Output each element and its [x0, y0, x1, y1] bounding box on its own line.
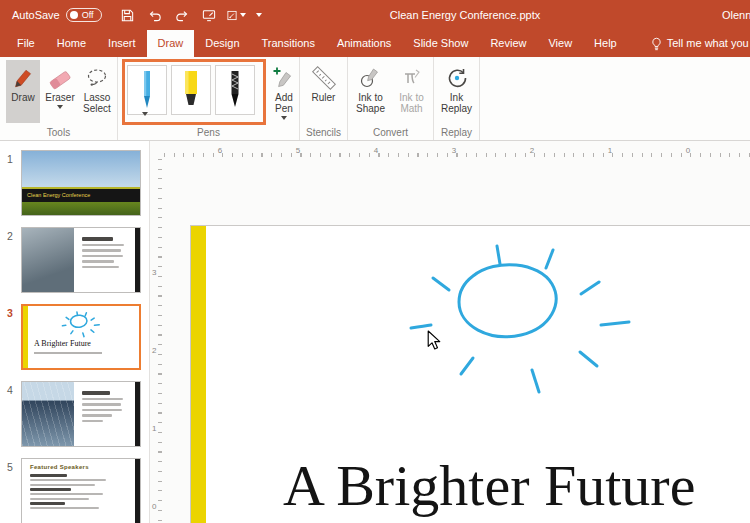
inking-toolbar-button[interactable] — [226, 5, 246, 25]
tab-home[interactable]: Home — [46, 30, 97, 57]
ribbon-tab-bar: File Home Insert Draw Design Transitions… — [0, 30, 750, 57]
draw-button[interactable]: Draw — [6, 60, 40, 123]
undo-button[interactable] — [145, 5, 165, 25]
tell-me-search[interactable]: Tell me what you — [640, 30, 750, 57]
highlighter-icon — [178, 69, 204, 111]
autosave-control: AutoSave Off — [0, 8, 102, 22]
document-title: Clean Energy Conference.pptx — [300, 0, 630, 30]
account-name[interactable]: Olenn — [722, 0, 750, 30]
slide-yellow-stripe — [191, 226, 206, 523]
slide-canvas[interactable]: A Brighter Future — [190, 225, 750, 523]
slide-number: 2 — [0, 227, 21, 293]
lasso-button-label-2: Select — [83, 103, 111, 114]
touch-mouse-mode-button[interactable] — [199, 5, 219, 25]
thumb5-title: Featured Speakers — [30, 464, 89, 470]
chevron-down-icon — [281, 116, 287, 120]
pen-black-button[interactable] — [215, 65, 255, 115]
thumbnail-row-3: 3 A Brighter Future — [0, 304, 149, 370]
tab-review[interactable]: Review — [479, 30, 537, 57]
thumb3-yellow-stripe — [23, 306, 28, 368]
ribbon-group-convert: Ink to Shape Ink to Math Convert — [348, 57, 434, 140]
ruler-number: 2 — [152, 346, 156, 355]
customize-quick-access-button[interactable] — [253, 5, 265, 25]
autosave-label: AutoSave — [12, 9, 60, 21]
tab-help[interactable]: Help — [583, 30, 628, 57]
thumbnail-row-4: 4 — [0, 381, 149, 447]
ribbon-group-stencils: Ruler Stencils — [300, 57, 348, 140]
thumb5-edge-stripe — [135, 459, 140, 523]
add-pen-button[interactable]: Add Pen — [270, 60, 298, 123]
draw-button-label: Draw — [11, 92, 34, 103]
tab-design[interactable]: Design — [194, 30, 250, 57]
ruler-ticks — [164, 153, 750, 157]
powerpoint-window: AutoSave Off — [0, 0, 750, 523]
thumb2-photo — [22, 228, 74, 292]
ruler-button[interactable]: Ruler — [304, 60, 344, 123]
tab-draw[interactable]: Draw — [147, 30, 195, 57]
eraser-button[interactable]: Eraser — [43, 60, 77, 123]
lasso-select-button[interactable]: Lasso Select — [80, 60, 114, 123]
eraser-button-label: Eraser — [45, 92, 74, 103]
slide-thumbnail-panel: 1 Clean Energy Conference 2 — [0, 141, 150, 523]
tab-view[interactable]: View — [537, 30, 583, 57]
ribbon-group-tools: Draw Eraser Lasso Select Tools — [0, 57, 118, 140]
thumb4-edge-stripe — [135, 382, 140, 446]
quick-access-toolbar — [118, 5, 265, 25]
lightbulb-icon — [651, 37, 662, 51]
add-pen-label-1: Add — [275, 92, 293, 103]
tab-file[interactable]: File — [6, 30, 46, 57]
lasso-button-label-1: Lasso — [84, 92, 111, 103]
slide-thumbnail-4[interactable] — [21, 381, 141, 447]
tab-transitions[interactable]: Transitions — [251, 30, 326, 57]
tell-me-label: Tell me what you — [667, 30, 749, 57]
slide-canvas-area: A Brighter Future — [164, 159, 750, 523]
ruler-number: 0 — [152, 502, 156, 511]
slide-title-text[interactable]: A Brighter Future — [283, 452, 695, 519]
eraser-icon — [48, 66, 72, 90]
slide-thumbnail-5[interactable]: Featured Speakers — [21, 458, 141, 523]
ink-replay-button[interactable]: Ink Replay — [436, 60, 478, 123]
ruler-number: 3 — [152, 268, 156, 277]
thumb3-title: A Brighter Future — [34, 339, 91, 348]
ink-to-math-button: Ink to Math — [391, 60, 432, 123]
mouse-cursor — [427, 330, 441, 350]
lasso-icon — [85, 66, 109, 90]
slide-thumbnail-2[interactable] — [21, 227, 141, 293]
editor-area: 6 5 4 3 2 1 0 3 2 1 0 — [150, 141, 750, 523]
ink-replay-label-1: Ink — [450, 92, 463, 103]
felt-pen-icon — [222, 69, 248, 111]
tab-slide-show[interactable]: Slide Show — [402, 30, 479, 57]
add-pen-label-2: Pen — [275, 103, 293, 114]
redo-button[interactable] — [172, 5, 192, 25]
tab-insert[interactable]: Insert — [97, 30, 147, 57]
ink-replay-label-2: Replay — [441, 103, 472, 114]
tab-animations[interactable]: Animations — [326, 30, 402, 57]
save-button[interactable] — [118, 5, 138, 25]
thumb1-title-band: Clean Energy Conference — [22, 189, 140, 202]
slide-thumbnail-1[interactable]: Clean Energy Conference — [21, 150, 141, 216]
slide-thumbnail-3[interactable]: A Brighter Future — [21, 304, 141, 370]
undo-icon — [147, 8, 163, 23]
replay-group-label: Replay — [434, 127, 479, 138]
add-pen-icon — [272, 66, 296, 90]
pen-highlighter-button[interactable] — [171, 65, 211, 115]
thumb2-edge-stripe — [135, 228, 140, 292]
ink-to-shape-button[interactable]: Ink to Shape — [350, 60, 391, 123]
ink-to-shape-label-2: Shape — [356, 103, 385, 114]
sun-ink-drawing[interactable] — [401, 240, 641, 400]
thumbnail-row-1: 1 Clean Energy Conference — [0, 150, 149, 216]
thumb3-sun-doodle — [59, 311, 103, 338]
ruler-ticks — [158, 159, 162, 523]
monitor-pen-icon — [201, 8, 217, 23]
autosave-toggle[interactable]: Off — [66, 8, 102, 22]
ruler-icon — [311, 65, 337, 91]
ink-to-shape-label-1: Ink to — [358, 92, 382, 103]
vertical-ruler: 3 2 1 0 — [151, 159, 163, 523]
ruler-button-label: Ruler — [312, 92, 336, 103]
thumb3-subtitle-line — [34, 352, 102, 354]
thumb4-text-lines — [82, 391, 128, 425]
pen-blue-button[interactable] — [127, 65, 167, 115]
ink-to-math-label-1: Ink to — [399, 92, 423, 103]
ink-to-math-icon — [400, 66, 424, 90]
slide-number: 3 — [0, 304, 21, 370]
